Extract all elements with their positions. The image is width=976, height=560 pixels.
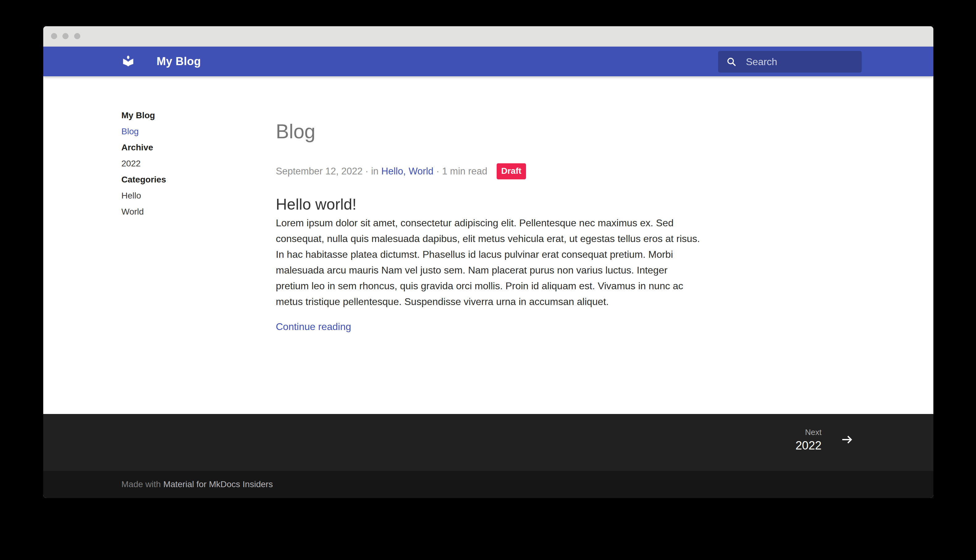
post-date: September 12, 2022 · in [276,166,379,177]
close-window-button[interactable] [51,33,57,39]
next-title: 2022 [795,439,822,452]
post-body-line: Lorem ipsum dolor sit amet, consectetur … [276,215,708,231]
post-body-line: metus tristique pellentesque. Suspendiss… [276,294,708,310]
post-body-line: malesuada arcu mauris Nam vel justo sem.… [276,262,708,278]
search-bar[interactable] [718,51,862,73]
sidebar-site-title[interactable]: My Blog [122,111,254,120]
maximize-window-button[interactable] [74,33,80,39]
site-logo-book-icon[interactable] [122,55,135,68]
page-title: Blog [276,119,315,144]
search-input[interactable] [745,56,851,68]
footer: Next 2022 [43,414,933,471]
post-body: Lorem ipsum dolor sit amet, consectetur … [276,215,708,310]
footer-meta-text: Made withMaterial for MkDocs Insiders [122,480,273,489]
footer-next-text: Next 2022 [795,428,822,452]
sidebar-navigation: My Blog Blog Archive 2022 Categories Hel… [122,111,254,223]
post-body-line: In hac habitasse platea dictumst. Phasel… [276,247,708,262]
sidebar-item-hello[interactable]: Hello [122,191,254,200]
browser-window: My Blog My Blog Blog Archive 2022 Catego… [43,26,933,498]
sidebar-item-world[interactable]: World [122,207,254,217]
category-comma: , [403,166,406,177]
next-label: Next [795,428,822,437]
footer-mkdocs-link[interactable]: Material for MkDocs Insiders [164,480,273,489]
sidebar-item-blog[interactable]: Blog [122,127,254,136]
footer-made-with: Made with [122,480,161,489]
footer-meta: Made withMaterial for MkDocs Insiders [43,471,933,498]
app-header: My Blog [43,47,933,76]
sidebar-item-2022[interactable]: 2022 [122,159,254,168]
header-site-title: My Blog [157,47,201,76]
post-title[interactable]: Hello world! [276,195,356,214]
arrow-right-icon [840,433,854,447]
sidebar-categories-heading: Categories [122,175,254,184]
search-icon [726,56,737,68]
sidebar-archive-heading: Archive [122,143,254,152]
footer-next-link[interactable]: Next 2022 [795,428,854,452]
post-body-line: pretium leo in sem rhoncus, quis gravida… [276,278,708,294]
category-link-world[interactable]: World [409,166,433,177]
read-time: · 1 min read [436,166,487,177]
category-link-hello[interactable]: Hello [382,166,404,177]
minimize-window-button[interactable] [62,33,68,39]
post-body-line: consequat, nulla quis malesuada dapibus,… [276,231,708,247]
post-meta-line: September 12, 2022 · inHello,World· 1 mi… [276,163,526,179]
draft-badge: Draft [497,163,526,179]
continue-reading-link[interactable]: Continue reading [276,319,351,335]
